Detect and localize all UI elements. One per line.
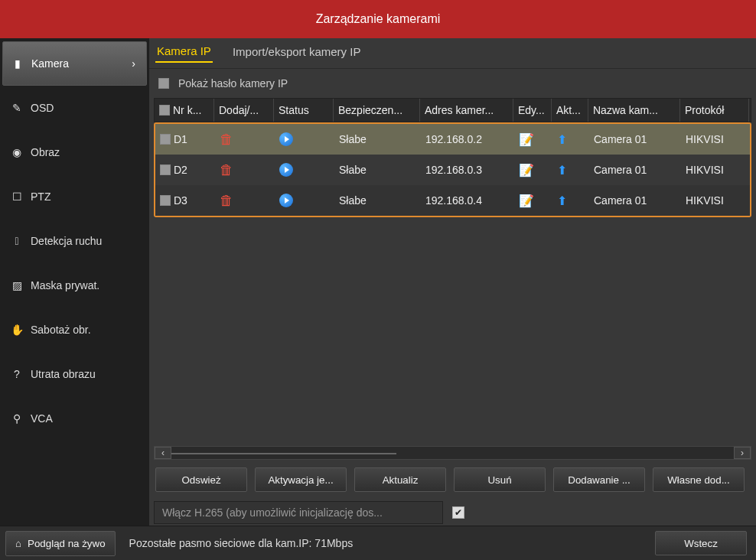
table-row[interactable]: D3 🗑 Słabe 192.168.0.4 📝 ⬆ Camera 01 HIK…: [155, 185, 750, 216]
tab-label: Kamera IP: [157, 44, 211, 57]
upgrade-icon[interactable]: ⬆: [557, 194, 567, 208]
cell-proto: HIKVISI: [686, 164, 724, 176]
window-title: Zarządzanie kamerami: [316, 12, 441, 26]
col-nr[interactable]: Nr k...: [155, 99, 214, 122]
col-label: Status: [279, 104, 309, 116]
sidebar-item-sabotaz[interactable]: ✋ Sabotaż obr.: [0, 308, 149, 352]
cell-nr: D1: [174, 133, 187, 145]
custom-add-button[interactable]: Własne dod...: [653, 467, 745, 492]
sidebar-item-label: OSD: [31, 102, 54, 114]
image-icon: ◉: [11, 146, 23, 158]
add-button[interactable]: Dodawanie ...: [553, 467, 645, 492]
trash-icon[interactable]: 🗑: [220, 132, 233, 148]
tab-import-eksport[interactable]: Import/eksport kamery IP: [231, 45, 363, 62]
col-adres[interactable]: Adres kamer...: [420, 99, 513, 122]
sidebar-item-label: Kamera: [31, 57, 69, 70]
upgrade-icon[interactable]: ⬆: [557, 163, 567, 177]
sidebar-item-label: PTZ: [31, 190, 51, 203]
trash-icon[interactable]: 🗑: [220, 162, 233, 178]
table-row[interactable]: D1 🗑 Słabe 192.168.0.2 📝 ⬆ Camera 01 HIK…: [155, 124, 750, 155]
row-checkbox[interactable]: [160, 134, 171, 145]
h265-checkbox-cell: ✔: [443, 501, 751, 524]
osd-icon: ✎: [11, 102, 23, 114]
col-label: Protokół: [685, 104, 724, 116]
sidebar-item-vca[interactable]: ⚲ VCA: [0, 396, 149, 441]
sidebar-item-detekcja[interactable]: 𖠋 Detekcja ruchu: [0, 219, 149, 263]
cell-proto: HIKVISI: [686, 194, 724, 207]
col-status[interactable]: Status: [274, 99, 334, 122]
camera-table: Nr k... Dodaj/... Status Bezpieczen... A…: [154, 98, 751, 217]
btn-label: Wstecz: [684, 538, 718, 549]
sidebar-item-ptz[interactable]: ☐ PTZ: [0, 174, 149, 219]
play-icon[interactable]: [279, 163, 293, 177]
select-all-checkbox[interactable]: [159, 105, 170, 116]
col-dodaj[interactable]: Dodaj/...: [214, 99, 274, 122]
edit-icon[interactable]: 📝: [519, 132, 534, 147]
col-label: Edy...: [518, 104, 545, 116]
col-label: Nazwa kam...: [593, 104, 658, 116]
h265-label: Włącz H.265 (aby umożliwić inicjalizację…: [154, 501, 443, 524]
refresh-button[interactable]: Odswież: [155, 467, 247, 492]
sidebar-item-obraz[interactable]: ◉ Obraz: [0, 130, 149, 174]
tab-label: Import/eksport kamery IP: [233, 45, 361, 58]
camera-icon: ▮: [11, 57, 24, 70]
edit-icon[interactable]: 📝: [519, 194, 534, 208]
row-checkbox[interactable]: [160, 164, 171, 175]
scroll-right-button[interactable]: ›: [734, 447, 751, 459]
scroll-thumb[interactable]: [171, 453, 396, 454]
update-button[interactable]: Aktualiz: [354, 467, 446, 492]
cell-proto: HIKVISI: [686, 133, 724, 145]
delete-button[interactable]: Usuń: [454, 467, 546, 492]
cell-nr: D2: [174, 164, 187, 176]
cell-name: Camera 01: [594, 164, 647, 176]
col-nazwa[interactable]: Nazwa kam...: [588, 99, 680, 122]
sidebar-item-kamera[interactable]: ▮ Kamera ›: [2, 41, 147, 86]
sidebar-item-maska[interactable]: ▨ Maska prywat.: [0, 263, 149, 308]
empty-area: [149, 217, 756, 441]
edit-icon[interactable]: 📝: [519, 163, 534, 177]
live-label: Podgląd na żywo: [28, 538, 106, 549]
show-password-row: Pokaż hasło kamery IP: [149, 69, 756, 98]
sidebar-item-label: VCA: [31, 412, 53, 425]
h265-checkbox[interactable]: ✔: [452, 506, 464, 519]
col-label: Akt...: [556, 104, 581, 116]
sidebar-item-utrata[interactable]: ? Utrata obrazu: [0, 352, 149, 396]
live-view-button[interactable]: ⌂ Podgląd na żywo: [5, 531, 116, 556]
scroll-left-button[interactable]: ‹: [155, 447, 171, 459]
col-label: Bezpieczen...: [338, 104, 402, 116]
cell-addr: 192.168.0.4: [425, 194, 482, 207]
loss-icon: ?: [11, 368, 23, 380]
sidebar-item-label: Obraz: [31, 146, 60, 158]
tab-bar: Kamera IP Import/eksport kamery IP: [149, 38, 756, 69]
col-protokol[interactable]: Protokół: [680, 99, 749, 122]
table-body: D1 🗑 Słabe 192.168.0.2 📝 ⬆ Camera 01 HIK…: [154, 122, 751, 217]
row-checkbox[interactable]: [160, 195, 171, 206]
sidebar: ▮ Kamera › ✎ OSD ◉ Obraz ☐ PTZ 𖠋 Detekcj…: [0, 38, 149, 526]
sidebar-item-label: Utrata obrazu: [31, 368, 96, 380]
col-edytuj[interactable]: Edy...: [513, 99, 552, 122]
action-buttons: Odswież Aktywacja je... Aktualiz Usuń Do…: [149, 460, 756, 500]
tab-kamera-ip[interactable]: Kamera IP: [155, 44, 213, 63]
col-aktualizuj[interactable]: Akt...: [552, 99, 588, 122]
back-button[interactable]: Wstecz: [655, 531, 747, 555]
sidebar-item-osd[interactable]: ✎ OSD: [0, 86, 149, 130]
bandwidth-status: Pozostałe pasmo sieciowe dla kam.IP: 71M…: [129, 537, 354, 549]
trash-icon[interactable]: 🗑: [220, 193, 233, 209]
show-password-checkbox[interactable]: [158, 78, 169, 89]
h265-row: Włącz H.265 (aby umożliwić inicjalizację…: [154, 500, 751, 526]
footer: ⌂ Podgląd na żywo Pozostałe pasmo siecio…: [0, 526, 756, 560]
activate-button[interactable]: Aktywacja je...: [255, 467, 347, 492]
window-title-bar: Zarządzanie kamerami: [0, 0, 756, 38]
show-password-label: Pokaż hasło kamery IP: [178, 77, 288, 90]
cell-sec: Słabe: [339, 164, 367, 176]
col-bezpieczen[interactable]: Bezpieczen...: [334, 99, 420, 122]
main-panel: Kamera IP Import/eksport kamery IP Pokaż…: [149, 38, 756, 526]
table-row[interactable]: D2 🗑 Słabe 192.168.0.3 📝 ⬆ Camera 01 HIK…: [155, 155, 750, 185]
cell-sec: Słabe: [339, 133, 367, 145]
horizontal-scrollbar[interactable]: ‹ ›: [154, 446, 751, 460]
play-icon[interactable]: [279, 132, 293, 146]
upgrade-icon[interactable]: ⬆: [557, 132, 567, 147]
vca-icon: ⚲: [11, 412, 23, 425]
chevron-right-icon: ›: [132, 57, 135, 70]
play-icon[interactable]: [279, 194, 293, 207]
